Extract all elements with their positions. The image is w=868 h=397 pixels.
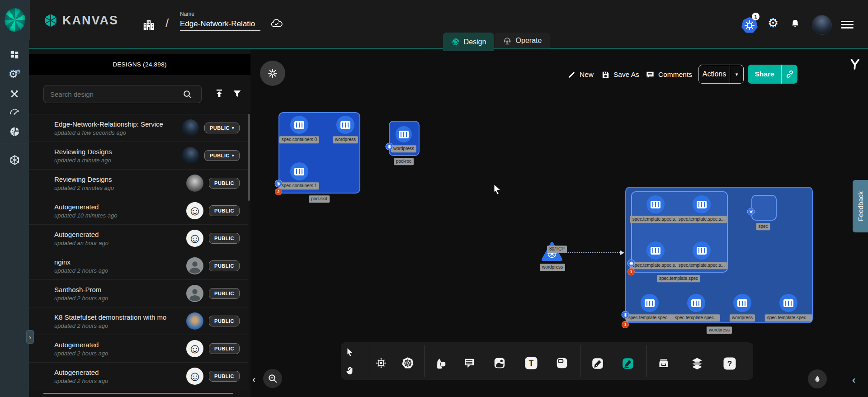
design-name-label: Name	[180, 11, 261, 17]
pen-tool[interactable]	[592, 358, 604, 370]
container-node[interactable]	[336, 116, 354, 134]
design-row[interactable]: Edge-Network-Relationship: Serviceupdate…	[29, 114, 248, 142]
container-node[interactable]	[687, 294, 705, 312]
droplet-button[interactable]	[808, 369, 827, 388]
organization-icon[interactable]	[142, 18, 156, 33]
panel-expand-chevron[interactable]: ›	[26, 330, 34, 344]
search-design-input[interactable]	[43, 85, 202, 103]
visibility-badge[interactable]: PUBLIC	[209, 260, 240, 271]
container-node[interactable]	[290, 162, 308, 180]
container-node[interactable]	[693, 241, 711, 260]
visibility-select[interactable]: PUBLIC▾	[204, 123, 240, 133]
design-updated: updated 2 hours ago	[54, 322, 184, 329]
freehand-draw-tool-active[interactable]	[622, 358, 634, 370]
tab-operate[interactable]: Operate	[495, 33, 550, 48]
comments-button[interactable]: Comments	[646, 65, 692, 84]
design-owner-avatar	[182, 147, 199, 164]
select-cursor-tool[interactable]	[346, 348, 354, 357]
design-row[interactable]: Autogeneratedupdated 2 hours ago ☺ PUBLI…	[29, 335, 248, 362]
container-icon	[399, 131, 409, 138]
error-count-badge[interactable]: 2	[275, 188, 282, 195]
share-split-button[interactable]: Share	[748, 65, 797, 84]
visibility-badge[interactable]: PUBLIC	[209, 343, 240, 354]
kanvas-brand[interactable]: KANVAS	[43, 13, 118, 28]
sidebar-item-lifecycle[interactable]: ⚙ ⚙	[0, 69, 29, 80]
container-node[interactable]	[646, 195, 665, 213]
design-row[interactable]: Autogeneratedupdated an hour ago ☺ PUBLI…	[29, 224, 248, 252]
container-node[interactable]	[641, 294, 659, 312]
design-name-field: Name	[180, 11, 261, 31]
design-row[interactable]: Autogeneratedupdated 10 minutes ago ☺ PU…	[29, 197, 248, 224]
container-node[interactable]	[646, 241, 665, 260]
container-node[interactable]	[733, 294, 751, 312]
visibility-badge[interactable]: PUBLIC	[209, 233, 240, 244]
import-drawer-tool[interactable]	[657, 357, 670, 369]
spec-node[interactable]	[751, 195, 777, 221]
user-avatar[interactable]	[812, 15, 832, 35]
menu-hamburger-icon[interactable]	[841, 19, 854, 30]
visibility-badge[interactable]: PUBLIC	[209, 371, 240, 382]
visibility-select[interactable]: PUBLIC▾	[204, 150, 240, 161]
design-row[interactable]: Santhosh-Promupdated 2 hours ago PUBLIC	[29, 279, 248, 307]
publish-upload-icon[interactable]	[214, 89, 224, 100]
layer5-logo-icon	[5, 8, 25, 32]
sidebar-item-configuration[interactable]	[0, 89, 29, 99]
designs-scrollbar-thumb[interactable]	[248, 114, 250, 201]
visibility-badge[interactable]: PUBLIC	[209, 205, 240, 216]
spec-template-group-node[interactable]	[631, 191, 728, 273]
text-tool[interactable]: T	[525, 357, 538, 369]
design-row[interactable]: Reviewing Designsupdated 2 minutes ago P…	[29, 169, 248, 197]
save-as-button[interactable]: Save As	[601, 65, 639, 84]
design-row[interactable]: Reviewing Designsupdated a minute ago PU…	[29, 142, 248, 169]
toolbar-divider	[424, 345, 425, 377]
copy-link-icon[interactable]	[781, 65, 797, 84]
comment-tool[interactable]	[463, 358, 476, 369]
design-row[interactable]: Autogeneratedupdated 2 hours ago ☺ PUBLI…	[29, 362, 248, 390]
container-node[interactable]	[290, 116, 308, 134]
layers-tool[interactable]	[691, 357, 704, 370]
kubernetes-tool[interactable]	[401, 357, 414, 369]
edge-arrowhead	[620, 250, 624, 255]
cluster-snowflake-button[interactable]	[260, 61, 285, 86]
visibility-badge[interactable]: PUBLIC	[209, 316, 240, 326]
container-icon	[294, 121, 304, 129]
collapse-left-chevron[interactable]: ‹	[252, 375, 255, 385]
settings-gear-icon[interactable]: ⚙	[768, 17, 778, 29]
service-edge[interactable]	[563, 252, 621, 253]
hierarchy-y-icon[interactable]	[848, 57, 862, 73]
filter-funnel-icon[interactable]	[232, 89, 242, 100]
pan-hand-tool[interactable]	[345, 366, 355, 376]
collapse-right-chevron[interactable]: ‹	[852, 375, 855, 385]
actions-split-button[interactable]: Actions ▾	[698, 65, 744, 84]
error-count-badge[interactable]: 1	[622, 321, 629, 328]
sidebar-item-extensions[interactable]	[0, 127, 29, 137]
new-button[interactable]: New	[567, 65, 594, 84]
note-tool[interactable]	[556, 357, 568, 369]
design-name-input[interactable]	[180, 19, 260, 31]
image-tool[interactable]	[494, 357, 506, 369]
node-label: wordpress	[391, 145, 416, 152]
container-node[interactable]	[396, 126, 412, 142]
visibility-badge[interactable]: PUBLIC	[209, 178, 240, 189]
design-row[interactable]: nginxupdated 2 hours ago PUBLIC	[29, 252, 248, 279]
node-label: spec.containers.0	[279, 136, 319, 143]
layer5-logo-button[interactable]	[0, 0, 30, 40]
meshsync-chip-tool[interactable]	[375, 357, 387, 369]
visibility-badge[interactable]: PUBLIC	[209, 288, 240, 299]
error-count-badge[interactable]: 1	[627, 268, 635, 275]
feedback-tab[interactable]: Feedback	[853, 180, 868, 232]
sidebar-item-performance[interactable]	[0, 107, 29, 116]
help-tool[interactable]: ?	[724, 358, 736, 370]
container-node[interactable]	[779, 294, 797, 312]
shapes-tool[interactable]	[435, 358, 447, 370]
service-node[interactable]	[541, 241, 563, 264]
sidebar-item-dashboard[interactable]	[0, 50, 29, 60]
tab-design[interactable]: Design	[443, 33, 494, 51]
sidebar-item-kanvas[interactable]	[0, 155, 29, 165]
container-node[interactable]	[693, 195, 711, 213]
design-row[interactable]: K8 Statefulset demonstration with moupda…	[29, 307, 248, 335]
zoom-button[interactable]	[263, 369, 282, 388]
notifications-bell-icon[interactable]	[790, 18, 800, 31]
cloud-saved-icon[interactable]	[270, 18, 283, 30]
actions-caret[interactable]: ▾	[730, 65, 743, 83]
